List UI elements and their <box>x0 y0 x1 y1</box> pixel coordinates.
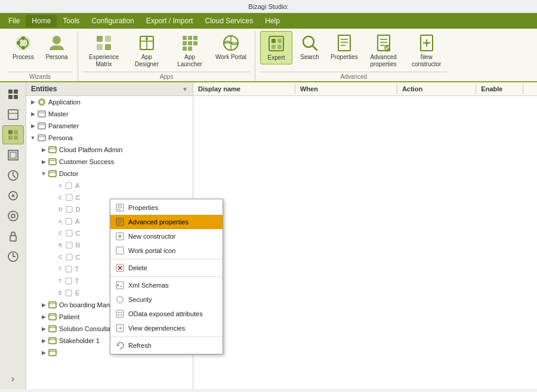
context-menu-sep2 <box>110 276 223 277</box>
new-constructor-icon <box>417 33 436 53</box>
ribbon-btn-process[interactable]: Process <box>7 31 39 63</box>
svg-rect-64 <box>66 278 72 284</box>
tree-expander-solution: ▶ <box>39 338 48 344</box>
context-menu-item-properties[interactable]: Properties <box>110 200 223 215</box>
sidebar-expand-btn[interactable]: › <box>11 374 14 384</box>
tree-item-customer-success[interactable]: ▶ Customer Success <box>26 156 193 168</box>
context-menu-item-advanced-properties[interactable]: Advanced properties <box>110 215 223 229</box>
sidebar-btn-nav7[interactable] <box>2 206 24 226</box>
ribbon-btn-app-designer[interactable]: App Designer <box>126 31 168 70</box>
experience-matrix-icon <box>94 33 113 53</box>
attr1-label: A <box>75 182 190 189</box>
svg-rect-62 <box>66 254 72 260</box>
sidebar-btn-nav1[interactable] <box>2 85 24 104</box>
menu-item-cloud-services[interactable]: Cloud Services <box>199 15 259 27</box>
tree-item-doctor[interactable]: ▼ Doctor <box>26 168 193 180</box>
context-menu-item-odata[interactable]: OData exposed attributes <box>110 307 223 321</box>
svg-rect-9 <box>105 44 111 50</box>
svg-rect-6 <box>97 36 103 42</box>
context-item-xml-schemas-label: Xml Schemas <box>128 282 169 289</box>
menu-item-help[interactable]: Help <box>259 15 286 27</box>
work-portal-label: Work Portal <box>215 54 246 61</box>
ribbon-btn-app-launcher[interactable]: App Launcher <box>169 31 211 70</box>
ribbon-group-wizards: Process Persona Wizards <box>2 31 78 81</box>
xml-schemas-context-icon <box>115 280 125 290</box>
process-icon <box>14 33 33 53</box>
ribbon-btn-search[interactable]: Search <box>294 31 326 63</box>
context-menu-sep3 <box>110 337 223 337</box>
app-launcher-icon <box>180 33 199 53</box>
title-text: Bizagi Studio: <box>248 3 288 10</box>
menu-item-home[interactable]: Home <box>26 15 57 27</box>
parameter-icon <box>37 121 47 131</box>
context-menu-item-view-dependencies[interactable]: View dependencies <box>110 321 223 335</box>
search-ribbon-label: Search <box>300 54 319 61</box>
tree-scroll-indicator: ▼ <box>182 86 188 92</box>
tree-expander-master: ▶ <box>29 111 37 117</box>
ribbon-btn-persona[interactable]: Persona <box>41 31 73 63</box>
menu-item-file[interactable]: File <box>2 15 26 27</box>
context-menu-item-work-portal-icon[interactable]: Work portal icon <box>110 243 223 258</box>
context-menu-item-new-constructor[interactable]: New constructor <box>110 229 223 243</box>
tree-item-parameter[interactable]: ▶ Parameter <box>26 120 193 132</box>
menu-item-tools[interactable]: Tools <box>57 15 85 27</box>
svg-point-49 <box>40 100 44 104</box>
ribbon-btn-experience-matrix[interactable]: Experience Matrix <box>83 31 125 70</box>
context-menu-item-delete[interactable]: Delete <box>110 261 223 275</box>
svg-rect-7 <box>105 36 111 42</box>
ribbon-btn-advanced-properties[interactable]: Advanced properties <box>363 31 405 70</box>
main-area: › Entities ▼ ▶ Application ▶ Master <box>0 82 537 389</box>
svg-rect-23 <box>277 39 282 43</box>
context-menu-item-refresh[interactable]: Refresh <box>110 338 223 353</box>
work-portal-icon <box>221 33 240 53</box>
tree-item-cloud-platform-admin[interactable]: ▶ Cloud Platform Admin <box>26 144 193 156</box>
context-item-advanced-properties-label: Advanced properties <box>128 218 189 226</box>
svg-rect-70 <box>49 350 56 356</box>
nurse-icon <box>48 300 57 310</box>
content-empty-area <box>193 96 537 389</box>
tree-item-attr1[interactable]: A A <box>26 180 193 192</box>
svg-rect-35 <box>8 110 18 119</box>
context-menu-item-security[interactable]: Security <box>110 292 223 307</box>
svg-rect-52 <box>38 135 45 141</box>
properties-icon <box>335 33 354 53</box>
attr4-icon <box>64 217 73 226</box>
properties-ribbon-label: Properties <box>331 54 358 61</box>
svg-point-44 <box>8 211 18 221</box>
attr1-icon <box>64 181 73 190</box>
svg-rect-27 <box>338 35 350 51</box>
tree-label-persona: Persona <box>48 134 190 141</box>
tree-item-application[interactable]: ▶ Application <box>26 96 193 108</box>
context-menu-item-xml-schemas[interactable]: Xml Schemas <box>110 278 223 292</box>
svg-rect-77 <box>116 310 124 317</box>
sidebar-btn-nav5[interactable] <box>2 166 24 185</box>
tree-expander-stakeholder1: ▶ <box>39 350 48 356</box>
tree-expander-nurse: ▶ <box>39 302 48 308</box>
ribbon-btn-properties[interactable]: Properties <box>327 31 362 63</box>
advanced-properties-context-icon <box>115 217 125 227</box>
sidebar-btn-nav9[interactable] <box>2 247 24 266</box>
tree-item-master[interactable]: ▶ Master <box>26 108 193 120</box>
sidebar-btn-nav2[interactable] <box>2 105 24 124</box>
menu-item-export-import[interactable]: Export / Import <box>140 15 199 27</box>
refresh-context-icon <box>115 341 125 350</box>
tree-expander-application: ▶ <box>29 99 37 105</box>
tree-expander-parameter: ▶ <box>29 123 37 129</box>
sidebar-btn-nav8[interactable] <box>2 227 24 246</box>
col-action: Action <box>397 84 476 94</box>
context-item-security-label: Security <box>128 296 152 303</box>
ribbon-btn-work-portal[interactable]: Work Portal <box>212 31 250 63</box>
sidebar-btn-nav6[interactable] <box>2 186 24 205</box>
ribbon-btn-expert[interactable]: Expert <box>260 31 292 64</box>
sidebar-btn-nav4[interactable] <box>2 146 24 165</box>
tree-label-application: Application <box>48 98 190 106</box>
onboarding-manager-icon <box>48 312 57 322</box>
svg-point-5 <box>53 36 61 44</box>
ribbon-btn-new-constructor[interactable]: New constructor <box>406 31 448 70</box>
svg-rect-24 <box>271 45 276 49</box>
tree-item-persona[interactable]: ▼ Persona <box>26 132 193 144</box>
sidebar-btn-nav3[interactable] <box>2 125 24 144</box>
svg-rect-22 <box>271 39 276 43</box>
svg-rect-69 <box>49 338 56 344</box>
menu-item-configuration[interactable]: Configuration <box>85 15 140 27</box>
